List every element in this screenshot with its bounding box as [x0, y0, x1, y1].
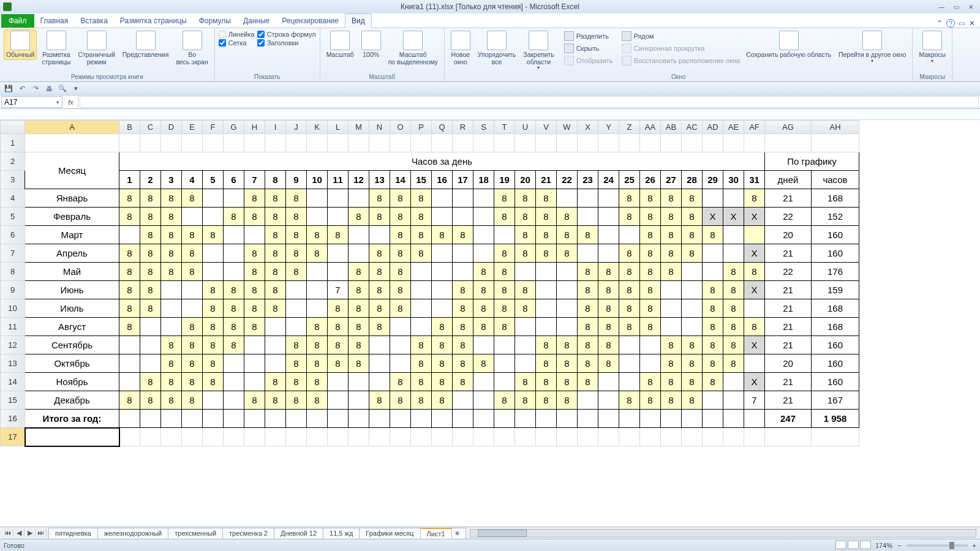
cell-month[interactable]: Март [25, 226, 119, 244]
btn-save-workspace[interactable]: Сохранить рабочую область [744, 29, 834, 60]
cell-day[interactable]: 8 [119, 189, 140, 208]
cell-day[interactable] [328, 189, 349, 208]
cell-day[interactable] [598, 189, 619, 208]
cell-day[interactable] [578, 189, 598, 208]
cell-day[interactable] [224, 189, 244, 208]
zoom-in-icon[interactable]: + [973, 542, 976, 549]
cell-day[interactable] [619, 336, 640, 354]
window-close-icon[interactable]: ✕ [969, 19, 975, 28]
row-header[interactable]: 4 [1, 189, 25, 208]
cell-day[interactable] [224, 373, 244, 391]
cell-days[interactable]: 22 [765, 208, 812, 226]
cell-day[interactable]: 8 [473, 318, 494, 336]
cell[interactable] [390, 410, 411, 428]
cell-day[interactable] [473, 189, 494, 208]
cell[interactable] [286, 428, 307, 446]
cell[interactable] [453, 428, 473, 446]
cell[interactable] [182, 428, 203, 446]
cell-day[interactable] [744, 299, 765, 318]
cell-day[interactable] [515, 263, 536, 281]
cell-day[interactable] [473, 336, 494, 354]
col-header[interactable]: AA [640, 121, 661, 134]
view-pagebreak-icon[interactable] [860, 541, 871, 549]
cell[interactable] [349, 428, 369, 446]
cell-day[interactable]: 8 [432, 373, 453, 391]
cell-day[interactable]: 8 [557, 208, 578, 226]
cell[interactable] [744, 134, 765, 152]
cell-day[interactable] [119, 373, 140, 391]
cell-day[interactable] [328, 208, 349, 226]
cell-day[interactable]: 8 [182, 244, 203, 263]
cell-month[interactable]: Январь [25, 189, 119, 208]
cell-day[interactable] [140, 354, 161, 373]
cell[interactable] [224, 134, 244, 152]
cell-day[interactable] [744, 226, 765, 244]
zoom-slider[interactable] [907, 544, 968, 547]
cell-day[interactable]: 8 [598, 318, 619, 336]
cell-daynum[interactable]: 6 [224, 171, 244, 189]
cell-days[interactable]: 21 [765, 318, 812, 336]
cell-day[interactable] [328, 373, 349, 391]
cell-day[interactable] [536, 263, 557, 281]
cell[interactable] [140, 410, 161, 428]
cell-day[interactable]: 8 [203, 299, 224, 318]
cell[interactable] [432, 428, 453, 446]
horizontal-scrollbar[interactable] [470, 529, 976, 538]
col-header[interactable]: AH [812, 121, 859, 134]
cell-day[interactable]: 8 [265, 299, 286, 318]
col-header[interactable]: R [453, 121, 473, 134]
cell[interactable] [598, 410, 619, 428]
cell-day[interactable]: 8 [161, 208, 182, 226]
cell[interactable] [640, 134, 661, 152]
cell-day[interactable]: 8 [515, 281, 536, 299]
cell-daynum[interactable]: 14 [390, 171, 411, 189]
cell[interactable] [265, 134, 286, 152]
cell-day[interactable] [203, 208, 224, 226]
cell-day[interactable] [265, 336, 286, 354]
cell-daynum[interactable]: 8 [265, 171, 286, 189]
cell-day[interactable]: 8 [244, 299, 265, 318]
cell-day[interactable]: 8 [453, 299, 473, 318]
col-header[interactable]: N [369, 121, 390, 134]
cell-day[interactable] [286, 318, 307, 336]
btn-reset-pos[interactable]: Восстановить расположение окна [620, 55, 742, 66]
cell[interactable] [203, 428, 224, 446]
cell-day[interactable]: 8 [286, 263, 307, 281]
cell[interactable] [411, 428, 432, 446]
cell[interactable] [307, 134, 328, 152]
cell-day[interactable]: 8 [494, 189, 515, 208]
cell-day[interactable]: 8 [182, 354, 203, 373]
cell-day[interactable]: 8 [265, 391, 286, 410]
cell-day[interactable]: 8 [411, 354, 432, 373]
chk-ruler[interactable]: Линейка [219, 31, 255, 38]
col-header[interactable]: Q [432, 121, 453, 134]
cell-day[interactable] [473, 208, 494, 226]
cell-day[interactable] [598, 208, 619, 226]
cell-day[interactable]: 8 [703, 373, 723, 391]
cell-day[interactable]: 8 [619, 391, 640, 410]
cell-day[interactable]: 8 [140, 373, 161, 391]
col-header[interactable]: K [307, 121, 328, 134]
col-header[interactable]: J [286, 121, 307, 134]
cell-day[interactable] [286, 299, 307, 318]
cell-day[interactable]: 8 [744, 189, 765, 208]
cell-day[interactable]: 8 [203, 336, 224, 354]
cell-daynum[interactable]: 13 [369, 171, 390, 189]
cell-day[interactable]: 8 [161, 391, 182, 410]
cell-day[interactable]: 8 [515, 244, 536, 263]
cell[interactable] [390, 428, 411, 446]
cell-hours-hdr[interactable]: Часов за день [119, 152, 765, 171]
cell-schedule-hdr[interactable]: По графику [765, 152, 859, 171]
cell-day[interactable]: 8 [703, 226, 723, 244]
cell-day[interactable]: 8 [411, 189, 432, 208]
btn-hide[interactable]: Скрыть [563, 43, 614, 54]
cell-day[interactable] [244, 226, 265, 244]
zoom-btn[interactable]: Масштабпо выделенному [386, 29, 440, 67]
cell-daynum[interactable]: 12 [349, 171, 369, 189]
cell-day[interactable] [557, 299, 578, 318]
cell-day[interactable]: 8 [598, 263, 619, 281]
cell-day[interactable]: 8 [224, 336, 244, 354]
cell-day[interactable]: 8 [723, 354, 744, 373]
cell-day[interactable]: X [744, 373, 765, 391]
cell-day[interactable] [515, 354, 536, 373]
